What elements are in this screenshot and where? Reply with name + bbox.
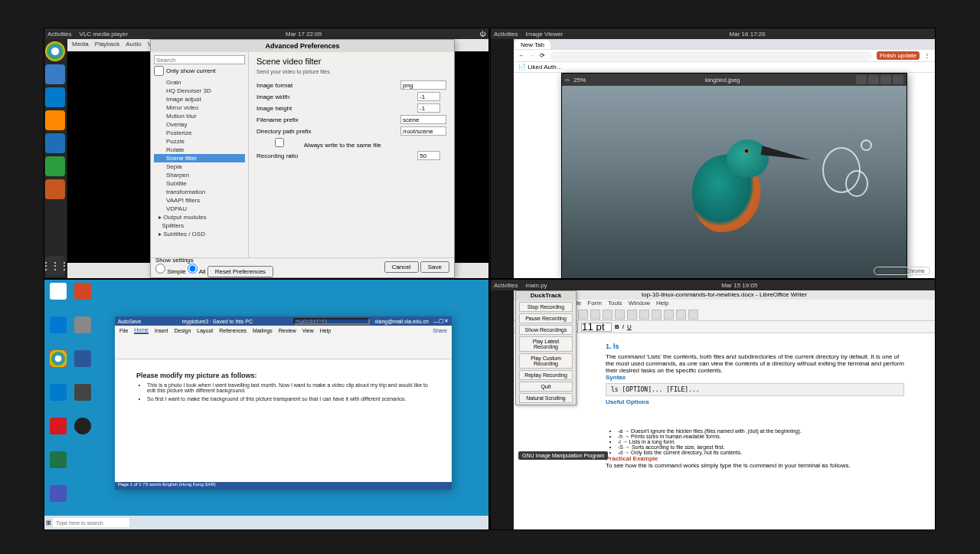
cancel-button[interactable]: Cancel [384,261,419,273]
ducktrack-panel: DuckTrack Stop Recording Pause Recording… [515,290,577,405]
writer-title: top-10-linux-commands-for-newbies.docx -… [514,290,935,300]
dialog-title: Advanced Preferences [151,40,454,52]
writer-toolbar[interactable] [514,309,935,321]
dt-scroll[interactable]: Natural Scrolling [519,393,573,403]
network-icon[interactable]: ⏻ [479,31,485,38]
writer-menubar[interactable]: FormatStylesTableFormToolsWindowHelp [514,300,935,309]
app-name[interactable]: VLC media player [80,31,129,38]
bold-icon[interactable]: B [615,323,619,330]
underline-icon[interactable]: U [627,323,632,330]
dir-prefix-input[interactable] [400,126,446,136]
taskbar-search[interactable] [53,518,129,527]
close-icon[interactable] [893,75,903,84]
bookmark-item[interactable]: 📄 Liked Auth… [518,64,563,70]
dt-replay[interactable]: Replay Recording [519,370,573,380]
desktop-icon-pin[interactable] [72,316,93,339]
reload-icon[interactable]: ⟳ [540,52,545,59]
nav-fwd-icon[interactable]: › [567,77,570,84]
windows-taskbar[interactable]: ⊞ [44,516,488,529]
dt-quit[interactable]: Quit [519,382,573,392]
image-viewer-window: ‹ › 25% kingbird.jpeg [561,73,907,279]
desktop-icon-recycle[interactable] [47,283,69,306]
image-width-input[interactable] [417,92,440,101]
dt-play-custom[interactable]: Play Custom Recording [519,353,573,369]
desktop-icon-excel[interactable] [47,451,69,474]
reset-button[interactable]: Reset Preferences [207,266,273,277]
minimize-icon[interactable] [868,75,879,84]
writer-format-toolbar[interactable]: B I U [514,321,935,333]
forward-icon: → [529,52,535,59]
start-button[interactable]: ⊞ [46,520,51,526]
maximize-icon[interactable] [880,75,891,84]
desktop-icon-paint[interactable] [72,384,93,407]
clock[interactable]: Mar 17 22:09 [128,31,479,38]
fullscreen-icon[interactable] [856,75,867,84]
menu-icon[interactable]: ⋮ [924,52,930,59]
desktop-icon-edge[interactable] [47,316,69,339]
desktop-icon-word[interactable] [72,350,93,373]
image-content [562,86,906,279]
only-current-checkbox[interactable]: Only show current [154,66,245,76]
word-ribbon-tabs[interactable]: FileHomeInsertDesignLayoutReferencesMail… [115,326,452,335]
word-window: AutoSave mypicture3 · Saved to this PC x… [115,316,452,490]
filename-prefix-input[interactable] [400,115,446,124]
gnome-topbar: Activities Image Viewer Mar 16 17:26 [491,28,935,39]
maximize-icon[interactable]: ▢ [439,318,444,324]
desktop-icon-chrome[interactable] [47,350,69,373]
desktop-icon-vscode[interactable] [47,384,69,407]
recording-ratio-input[interactable] [417,151,440,160]
desktop-icon-ppt[interactable] [72,283,93,306]
word-ribbon[interactable] [115,335,452,359]
close-icon[interactable]: ✕ [444,318,449,324]
pref-tree[interactable]: GrainHQ Denoiser 3DImage adjustMirror vi… [154,78,245,238]
zoom-level[interactable]: 25% [573,77,586,84]
word-document[interactable]: Please modify my picture as follows: Thi… [115,359,452,417]
browser-tabbar[interactable]: New Tab [514,39,935,50]
word-search-input[interactable] [293,318,370,325]
browser-tab: New Tab [514,40,550,49]
dt-play-latest[interactable]: Play Latest Recording [519,336,573,352]
image-format-input[interactable] [400,80,446,90]
dt-show[interactable]: Show Recordings [519,325,573,335]
italic-icon[interactable]: I [622,323,624,330]
font-size[interactable] [581,323,612,332]
customize-button[interactable]: Customise Chrome [874,267,930,275]
desktop-icon-adobe[interactable] [47,418,69,441]
advanced-preferences-dialog: Advanced Preferences Only show current G… [150,39,455,278]
word-title-text: mypicture3 · Saved to this PC [141,319,293,324]
image-title: kingbird.jpeg [590,77,854,84]
gnome-topbar: Activities VLC media player Mar 17 22:09… [44,28,488,39]
gimp-tooltip: GNU Image Manipulation Program [518,451,608,460]
image-height-input[interactable] [417,103,440,113]
minimize-icon[interactable]: — [433,319,439,324]
omnibox[interactable] [550,51,872,61]
word-statusbar[interactable]: Page 1 of 1 73 words English (Hong Kong … [115,482,452,490]
save-button[interactable]: Save [420,261,449,273]
pref-search-input[interactable] [154,55,245,64]
dt-stop[interactable]: Stop Recording [519,302,573,312]
dt-pause[interactable]: Pause Recording [519,313,573,323]
gnome-topbar: Activities main.py Mar 15 19:05 [491,280,935,290]
panel-title: Scene video filter [256,57,446,66]
tree-item-selected: Scene filter [154,154,245,162]
back-icon[interactable]: ← [518,52,524,59]
always-write-checkbox[interactable]: Always write to the same file [256,138,381,149]
update-button[interactable]: Finish update [877,51,920,60]
desktop-icon-obs[interactable] [72,418,93,441]
desktop-icon-teams[interactable] [47,485,69,508]
activities-label[interactable]: Activities [47,31,72,38]
